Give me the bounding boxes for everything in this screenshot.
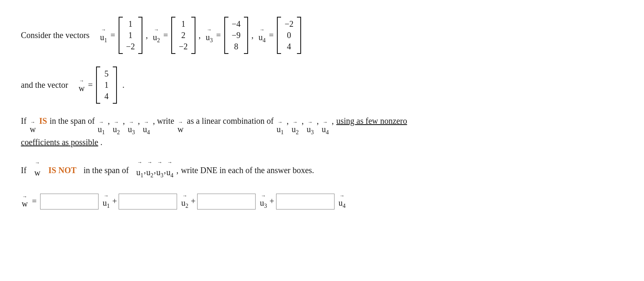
combo-u3: → u3 <box>307 120 314 136</box>
matrix-u3: −4 −9 8 <box>223 17 249 54</box>
spacing <box>94 31 96 40</box>
span-u4: → u4 <box>143 120 150 136</box>
combo-u1: → u1 <box>276 120 284 136</box>
plus3: + <box>269 197 274 206</box>
if-not-text1: If <box>21 163 26 178</box>
is-text: IS <box>39 116 47 126</box>
ans-u4: → u4 <box>339 193 346 209</box>
vec-w-ref3: → w <box>34 160 40 180</box>
plus2: + <box>191 197 195 206</box>
if-is-text1: If <box>21 116 26 126</box>
coefficients-text: coefficients as possible <box>21 138 98 147</box>
span2-u4: → u4 <box>166 160 173 181</box>
ans-u2: → u2 <box>181 193 188 209</box>
combo-u4: → u4 <box>322 120 329 136</box>
span2-u2: → u2 <box>146 160 153 181</box>
vec-w-label: → w <box>79 78 84 92</box>
vec-u3-label: → u3 <box>206 27 213 43</box>
is-not-text: IS NOT <box>48 163 76 178</box>
vec-u1-label: → u1 <box>100 27 107 43</box>
span-u2: → u2 <box>113 120 120 136</box>
ans-u3: → u3 <box>260 193 267 209</box>
vec-w-ref2: → w <box>177 120 183 134</box>
matrix-u1: 1 1 −2 <box>118 17 143 54</box>
plus1: + <box>112 197 117 206</box>
span-u1: → u1 <box>98 120 105 136</box>
vec-u2-label: → u2 <box>153 27 160 43</box>
ans-vec-w: → w <box>22 194 28 209</box>
and-vector-text: and the vector <box>21 80 68 90</box>
and-vector-line: and the vector → w = 5 1 4 . <box>21 66 623 104</box>
in-span-text: in the span of <box>50 116 95 126</box>
ans-u1: → u1 <box>103 193 110 209</box>
if-is-not-section: If → w IS NOT in the span of → u1 , → u2… <box>21 160 623 181</box>
answer-line: → w = → u1 + → u2 + → u3 + → u4 <box>21 193 623 209</box>
consider-vectors-line: Consider the vectors → u1 = 1 1 −2 , → u… <box>21 17 623 54</box>
if-is-section: If → w IS in the span of → u1 , → u2 , →… <box>21 116 623 147</box>
in-span-text2: in the span of <box>84 163 129 178</box>
span2-u3: → u3 <box>156 160 163 181</box>
matrix-u4: −2 0 4 <box>276 17 302 54</box>
answer-input-2[interactable] <box>119 194 177 209</box>
matrix-u2: 1 2 −2 <box>170 17 196 54</box>
matrix-w: 5 1 4 <box>95 66 118 104</box>
answer-input-3[interactable] <box>197 194 256 209</box>
vec-w-ref1: → w <box>30 120 35 134</box>
answer-input-4[interactable] <box>276 194 335 209</box>
vec-u4-label: → u4 <box>259 27 266 43</box>
answer-input-1[interactable] <box>40 194 99 209</box>
few-nonzero-text: using as few nonzero <box>336 116 407 126</box>
combo-u2: → u2 <box>292 120 299 136</box>
span-u3: → u3 <box>128 120 135 136</box>
dne-text: write DNE in each of the answer boxes. <box>181 163 314 178</box>
span2-u1: → u1 <box>136 160 143 181</box>
intro-text: Consider the vectors <box>21 31 89 40</box>
